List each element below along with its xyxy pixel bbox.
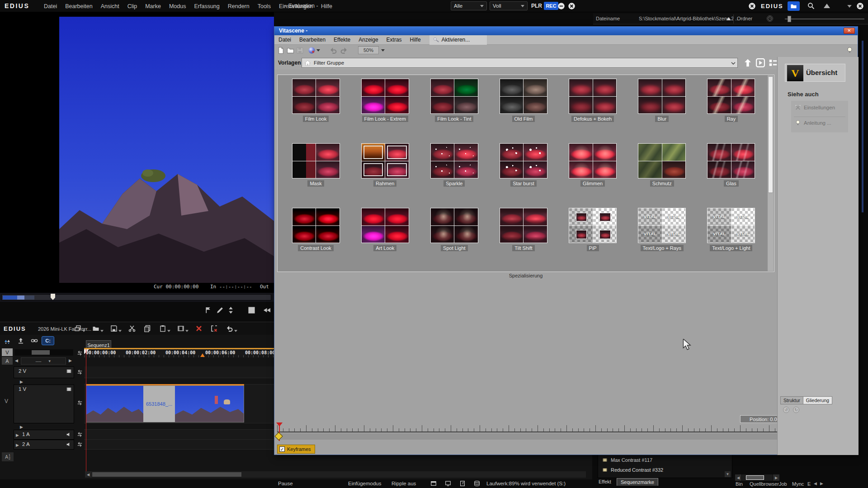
bin-filename-column[interactable]: Dateiname: [596, 16, 620, 21]
swap-icon-slot[interactable]: [75, 400, 84, 406]
expand-track-arrow[interactable]: ▶: [16, 433, 19, 437]
template-film-look-extrem[interactable]: Film Look - Extrem: [361, 79, 409, 122]
menu-item-marke[interactable]: Marke: [141, 3, 165, 9]
undo-icon[interactable]: [330, 47, 337, 54]
bin-scroll-left[interactable]: ◀: [735, 474, 741, 481]
expand-track-arrow[interactable]: ▶: [20, 425, 23, 429]
slider-knob[interactable]: [788, 16, 791, 22]
track-header-1v[interactable]: 1 V: [14, 385, 74, 423]
menu-item-rendern[interactable]: Rendern: [224, 3, 254, 9]
menu-item-tools[interactable]: Tools: [254, 3, 275, 9]
track-header-1a[interactable]: ▶ 1 A: [14, 430, 74, 440]
vitascene-menu-anzeige[interactable]: Anzeige: [354, 37, 382, 43]
bin-scroll-thumb[interactable]: [746, 475, 764, 480]
tab-gliederung[interactable]: Gliederung: [803, 396, 832, 404]
vitascene-menu-bearbeiten[interactable]: Bearbeiten: [295, 37, 330, 43]
close-window-icon[interactable]: [856, 2, 864, 10]
activate-button[interactable]: Aktivieren...: [429, 35, 487, 45]
chevron-down-icon[interactable]: [234, 330, 237, 332]
template-text-logo-light[interactable]: VITALVITALVITALVITALText/Logo + Light: [707, 208, 755, 251]
keyframes-toggle[interactable]: ✓ Keyframes: [277, 445, 315, 454]
vitascene-titlebar[interactable]: Vitascene - ✕: [274, 27, 858, 35]
scrubber-track[interactable]: [1, 294, 271, 300]
template-defokus-bokeh[interactable]: Defokus + Bokeh: [569, 79, 617, 122]
template-rahmen[interactable]: Rahmen: [361, 143, 409, 187]
trim-mode-icon[interactable]: [4, 337, 11, 344]
preset-dropdown[interactable]: Alle: [451, 1, 487, 10]
audio-select-box[interactable]: A: [2, 357, 13, 365]
nav-back-button[interactable]: ↺: [783, 407, 789, 413]
settings-link[interactable]: Einstellungen: [795, 104, 835, 111]
swap-icon-slot[interactable]: [75, 432, 84, 437]
keyframe-ruler[interactable]: [277, 423, 856, 432]
group-header-spezialisierung[interactable]: Spezialisierung: [277, 273, 774, 278]
bin-tab-mync[interactable]: Mync: [792, 481, 804, 487]
menu-item-modus[interactable]: Modus: [165, 3, 190, 9]
stop-transport-icon[interactable]: [248, 306, 255, 314]
plr-button[interactable]: PLR: [531, 3, 542, 9]
template-art-look[interactable]: Art Look: [361, 208, 409, 251]
bin-scroll-right[interactable]: ▶: [773, 474, 779, 481]
track-zoom-bar[interactable]: [14, 349, 73, 356]
preview-play-icon[interactable]: [755, 58, 765, 68]
group-combobox[interactable]: Filter Gruppe: [302, 58, 738, 68]
audio-channel-map-button[interactable]: A 1 2: [2, 452, 14, 461]
search-icon[interactable]: [807, 2, 815, 9]
swap-icon-slot[interactable]: [75, 441, 84, 447]
bin-tab-quellbrowser[interactable]: Quellbrowser: [750, 481, 779, 487]
chevron-down-icon[interactable]: [847, 5, 852, 8]
track-patch-icon[interactable]: [74, 325, 85, 332]
list-view-icon[interactable]: [768, 58, 778, 68]
tab-struktur[interactable]: Struktur: [780, 396, 803, 404]
bin-hscrollbar[interactable]: ◀ ▶: [735, 474, 780, 481]
remove-inout-icon[interactable]: [211, 325, 218, 332]
chevron-down-icon[interactable]: [118, 330, 122, 332]
effect-item[interactable]: Reduced Contrast #332: [602, 466, 663, 474]
minimize-icon[interactable]: [557, 2, 565, 10]
chevron-down-icon[interactable]: [82, 330, 85, 332]
guide-link[interactable]: Anleitung ...: [795, 120, 831, 126]
hint-bulb-icon[interactable]: [846, 47, 854, 54]
vitascene-menu-extras[interactable]: Extras: [382, 37, 406, 43]
chevron-down-icon[interactable]: [100, 330, 104, 332]
template-blur[interactable]: Blur: [638, 79, 686, 122]
swap-icon-slot[interactable]: [75, 350, 84, 356]
channel-map-dropdown[interactable]: ----▼: [21, 357, 66, 365]
effect-item[interactable]: Max Contrast #117: [602, 456, 652, 464]
scrollbar-thumb[interactable]: [768, 76, 773, 193]
chevron-down-icon[interactable]: [316, 49, 320, 52]
expand-track-arrow[interactable]: ▶: [16, 443, 19, 447]
template-text-logo-rays[interactable]: VITALVITALVITALVITALText/Logo + Rays: [638, 208, 686, 251]
new-file-icon[interactable]: [277, 47, 285, 54]
player-scrubber[interactable]: [0, 293, 274, 302]
chevron-down-icon[interactable]: [381, 49, 385, 52]
template-contrast-look[interactable]: Contrast Look: [292, 208, 340, 251]
delete-icon[interactable]: [195, 325, 203, 332]
chevron-down-icon[interactable]: [731, 62, 736, 65]
drive-button[interactable]: C:: [42, 336, 54, 345]
template-sparkle[interactable]: Sparkle: [430, 143, 478, 187]
close-panel-icon[interactable]: [748, 2, 756, 10]
vitascene-menu-hilfe[interactable]: Hilfe: [406, 37, 425, 43]
menu-item-datei[interactable]: Datei: [40, 3, 61, 9]
render-preview-icon[interactable]: [308, 47, 316, 54]
rew-transport-icon[interactable]: [263, 306, 271, 314]
save-project-icon[interactable]: [110, 325, 122, 332]
menu-item-erfassung[interactable]: Erfassung: [190, 3, 223, 9]
template-mask[interactable]: Mask: [292, 143, 340, 187]
sync-lock-icon[interactable]: [31, 337, 38, 344]
folder-up-icon[interactable]: [743, 58, 753, 68]
sort-ascending-icon[interactable]: [726, 17, 731, 20]
template-glimmen[interactable]: Glimmen: [569, 143, 617, 187]
cut-icon[interactable]: [128, 325, 136, 332]
template-film-look-tint[interactable]: Film Look - Tint: [430, 79, 478, 122]
template-film-look[interactable]: Film Look: [292, 79, 340, 122]
template-schmutz[interactable]: Schmutz: [638, 143, 686, 187]
folder-button[interactable]: [788, 1, 800, 11]
menu-item-bearbeiten[interactable]: Bearbeiten: [61, 3, 96, 9]
map-next-arrow[interactable]: ▶: [69, 358, 72, 363]
collapse-icon[interactable]: [824, 4, 830, 8]
flag-transport-icon[interactable]: [204, 306, 212, 314]
hscroll-thumb[interactable]: [92, 472, 241, 477]
paste-icon[interactable]: [159, 325, 170, 332]
